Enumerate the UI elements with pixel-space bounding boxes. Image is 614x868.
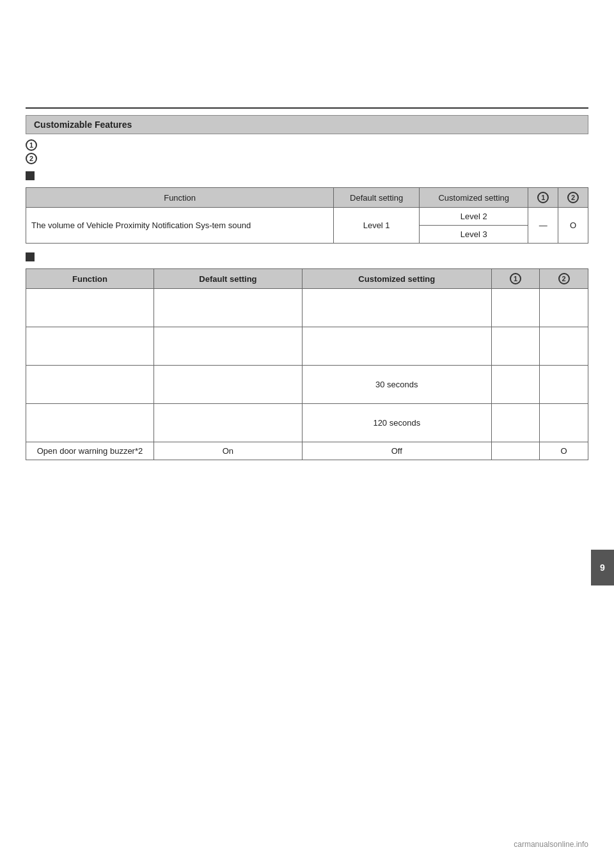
table2-col-2: 2 xyxy=(540,269,588,289)
table1-customized1-cell: Level 2 xyxy=(420,208,528,226)
empty-cell-4 xyxy=(491,289,540,327)
table2-col-default: Default setting xyxy=(154,269,303,289)
table2-col-1: 1 xyxy=(491,269,540,289)
table1-circle-2-icon: 2 xyxy=(567,192,579,203)
open-door-col2-cell: O xyxy=(540,442,588,460)
table1-col-1: 1 xyxy=(528,188,558,208)
empty-cell-10 xyxy=(540,327,588,366)
empty-cell-9 xyxy=(491,327,540,366)
table2-circle-1-icon: 1 xyxy=(510,273,521,284)
empty-cell-14 xyxy=(540,366,588,404)
table1-function-cell: The volume of Vehicle Proximity Notifica… xyxy=(26,208,334,244)
empty-cell-13 xyxy=(491,366,540,404)
circle-2-icon: 2 xyxy=(26,153,37,164)
empty-cell-3 xyxy=(302,289,491,327)
table-row xyxy=(26,289,588,327)
empty-cell-7 xyxy=(154,327,303,366)
table1-default-cell: Level 1 xyxy=(334,208,420,244)
table2-col-customized: Customized setting xyxy=(302,269,491,289)
table1-col-customized: Customized setting xyxy=(420,188,528,208)
table1-col-default: Default setting xyxy=(334,188,420,208)
open-door-col1-cell xyxy=(491,442,540,460)
empty-cell-17 xyxy=(491,404,540,442)
circle-1-icon: 1 xyxy=(26,139,37,151)
table1-customized2-cell: Level 3 xyxy=(420,226,528,244)
table2-circle-2-icon: 2 xyxy=(558,273,570,284)
legend-line-2: 2 xyxy=(26,153,588,164)
page-number-tab: 9 xyxy=(591,550,614,585)
table2-col-function: Function xyxy=(26,269,154,289)
empty-cell-16 xyxy=(154,404,303,442)
seconds-120-cell: 120 seconds xyxy=(302,404,491,442)
empty-cell-6 xyxy=(26,327,154,366)
seconds-120-text: 120 seconds xyxy=(373,418,420,428)
open-door-function-cell: Open door warning buzzer*2 xyxy=(26,442,154,460)
legend-line-1: 1 xyxy=(26,139,588,151)
table-1: Function Default setting Customized sett… xyxy=(26,187,588,244)
empty-cell-11 xyxy=(26,366,154,404)
empty-cell-2 xyxy=(154,289,303,327)
table-2: Function Default setting Customized sett… xyxy=(26,268,588,460)
main-content: Customizable Features 1 2 Function Defau… xyxy=(26,115,588,460)
empty-cell-12 xyxy=(154,366,303,404)
table1-col-function: Function xyxy=(26,188,334,208)
seconds-30-cell: 30 seconds xyxy=(302,366,491,404)
open-door-customized-cell: Off xyxy=(302,442,491,460)
bullet-2-icon xyxy=(26,252,35,261)
empty-cell-8 xyxy=(302,327,491,366)
page-container: Customizable Features 1 2 Function Defau… xyxy=(0,0,614,868)
watermark-text: carmanualsonline.info xyxy=(514,840,588,849)
empty-cell-15 xyxy=(26,404,154,442)
section-header: Customizable Features xyxy=(26,115,588,134)
table-row: The volume of Vehicle Proximity Notifica… xyxy=(26,208,588,226)
page-number: 9 xyxy=(600,562,605,573)
table1-col1-cell: — xyxy=(528,208,558,244)
table-row: 30 seconds xyxy=(26,366,588,404)
empty-cell-1 xyxy=(26,289,154,327)
table-row: 120 seconds xyxy=(26,404,588,442)
empty-cell-18 xyxy=(540,404,588,442)
table-row xyxy=(26,327,588,366)
top-divider xyxy=(26,107,588,109)
table1-col2-cell: O xyxy=(558,208,588,244)
seconds-30-text: 30 seconds xyxy=(375,380,418,389)
section-title: Customizable Features xyxy=(34,120,132,130)
table1-col-2: 2 xyxy=(558,188,588,208)
table-row: Open door warning buzzer*2 On Off O xyxy=(26,442,588,460)
bullet-1-icon xyxy=(26,171,35,180)
empty-cell-5 xyxy=(540,289,588,327)
table1-circle-1-icon: 1 xyxy=(537,192,549,203)
open-door-default-cell: On xyxy=(154,442,303,460)
